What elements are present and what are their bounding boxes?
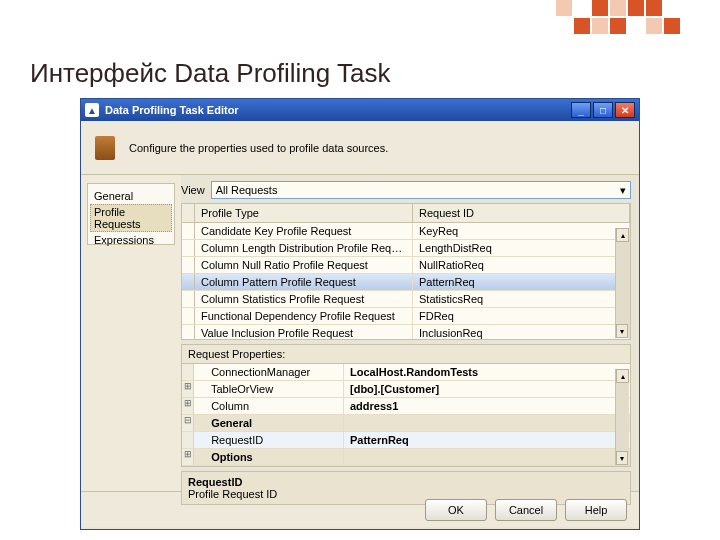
property-name: RequestID <box>194 432 344 448</box>
cell-profile-type: Candidate Key Profile Request <box>195 223 413 239</box>
minimize-button[interactable]: _ <box>571 102 591 118</box>
window-title: Data Profiling Task Editor <box>105 104 239 116</box>
slide-title: Интерфейс Data Profiling Task <box>30 58 390 89</box>
expand-icon <box>182 364 194 380</box>
chevron-down-icon: ▾ <box>620 184 626 197</box>
cell-request-id: InclusionReq <box>413 325 630 339</box>
slide-decoration <box>556 0 680 34</box>
expand-icon[interactable]: ⊞ <box>182 398 194 414</box>
close-button[interactable]: ✕ <box>615 102 635 118</box>
view-select[interactable]: All Requests ▾ <box>211 181 631 199</box>
help-desc: Profile Request ID <box>188 488 624 500</box>
table-row[interactable]: Functional Dependency Profile RequestFDR… <box>182 308 630 325</box>
table-row[interactable]: Column Length Distribution Profile Reque… <box>182 240 630 257</box>
property-value: [dbo].[Customer] <box>344 381 630 397</box>
expand-icon[interactable]: ⊞ <box>182 449 194 465</box>
view-label: View <box>181 184 205 196</box>
info-text: Configure the properties used to profile… <box>129 142 388 154</box>
property-help: RequestID Profile Request ID <box>181 471 631 505</box>
table-row[interactable]: Column Null Ratio Profile RequestNullRat… <box>182 257 630 274</box>
property-row[interactable]: ⊞ TableOrView[dbo].[Customer] <box>182 381 630 398</box>
cell-profile-type: Column Length Distribution Profile Reque… <box>195 240 413 256</box>
nav-general[interactable]: General <box>90 188 172 204</box>
help-name: RequestID <box>188 476 624 488</box>
property-row[interactable]: ConnectionManagerLocalHost.RandomTests <box>182 364 630 381</box>
property-row[interactable]: ⊟ General <box>182 415 630 432</box>
expand-icon[interactable]: ⊞ <box>182 381 194 397</box>
property-row[interactable]: ⊞ Columnaddress1 <box>182 398 630 415</box>
table-row[interactable]: Column Statistics Profile RequestStatist… <box>182 291 630 308</box>
titlebar[interactable]: ▲ Data Profiling Task Editor _ □ ✕ <box>81 99 639 121</box>
col-request-id[interactable]: Request ID <box>413 204 630 222</box>
property-value: address1 <box>344 398 630 414</box>
cell-request-id: KeyReq <box>413 223 630 239</box>
scroll-down-icon[interactable]: ▾ <box>616 451 628 465</box>
cell-profile-type: Value Inclusion Profile Request <box>195 325 413 339</box>
props-scrollbar[interactable]: ▴ ▾ <box>615 369 629 465</box>
properties-panel: Request Properties: ConnectionManagerLoc… <box>181 344 631 467</box>
property-value <box>344 449 630 465</box>
app-icon: ▲ <box>85 103 99 117</box>
table-row[interactable]: Candidate Key Profile RequestKeyReq <box>182 223 630 240</box>
expand-icon[interactable]: ⊟ <box>182 415 194 431</box>
cell-request-id: FDReq <box>413 308 630 324</box>
property-name: ConnectionManager <box>194 364 344 380</box>
dialog-window: ▲ Data Profiling Task Editor _ □ ✕ Confi… <box>80 98 640 530</box>
property-value <box>344 415 630 431</box>
col-profile-type[interactable]: Profile Type <box>195 204 413 222</box>
ok-button[interactable]: OK <box>425 499 487 521</box>
cell-request-id: PatternReq <box>413 274 630 290</box>
cell-profile-type: Column Null Ratio Profile Request <box>195 257 413 273</box>
scroll-down-icon[interactable]: ▾ <box>616 324 628 338</box>
property-name: Options <box>194 449 344 465</box>
cell-request-id: StatisticsReq <box>413 291 630 307</box>
property-name: TableOrView <box>194 381 344 397</box>
scroll-up-icon[interactable]: ▴ <box>616 369 629 383</box>
table-row[interactable]: Column Pattern Profile RequestPatternReq <box>182 274 630 291</box>
grid-scrollbar[interactable]: ▴ ▾ <box>615 228 629 338</box>
property-row[interactable]: ⊞ Options <box>182 449 630 466</box>
table-row[interactable]: Value Inclusion Profile RequestInclusion… <box>182 325 630 339</box>
cell-profile-type: Column Pattern Profile Request <box>195 274 413 290</box>
properties-header: Request Properties: <box>182 345 630 364</box>
nav-expressions[interactable]: Expressions <box>90 232 172 248</box>
cell-profile-type: Column Statistics Profile Request <box>195 291 413 307</box>
cell-request-id: LengthDistReq <box>413 240 630 256</box>
cell-profile-type: Functional Dependency Profile Request <box>195 308 413 324</box>
cell-request-id: NullRatioReq <box>413 257 630 273</box>
expand-icon <box>182 432 194 448</box>
profile-grid: Profile Type Request ID Candidate Key Pr… <box>181 203 631 340</box>
property-name: General <box>194 415 344 431</box>
side-navigation: General Profile Requests Expressions <box>81 175 181 491</box>
maximize-button[interactable]: □ <box>593 102 613 118</box>
scroll-up-icon[interactable]: ▴ <box>616 228 629 242</box>
property-name: Column <box>194 398 344 414</box>
cancel-button[interactable]: Cancel <box>495 499 557 521</box>
property-row[interactable]: RequestIDPatternReq <box>182 432 630 449</box>
info-bar: Configure the properties used to profile… <box>81 121 639 175</box>
property-value: PatternReq <box>344 432 630 448</box>
wizard-icon <box>95 136 115 160</box>
property-value: LocalHost.RandomTests <box>344 364 630 380</box>
help-button[interactable]: Help <box>565 499 627 521</box>
nav-profile-requests[interactable]: Profile Requests <box>90 204 172 232</box>
